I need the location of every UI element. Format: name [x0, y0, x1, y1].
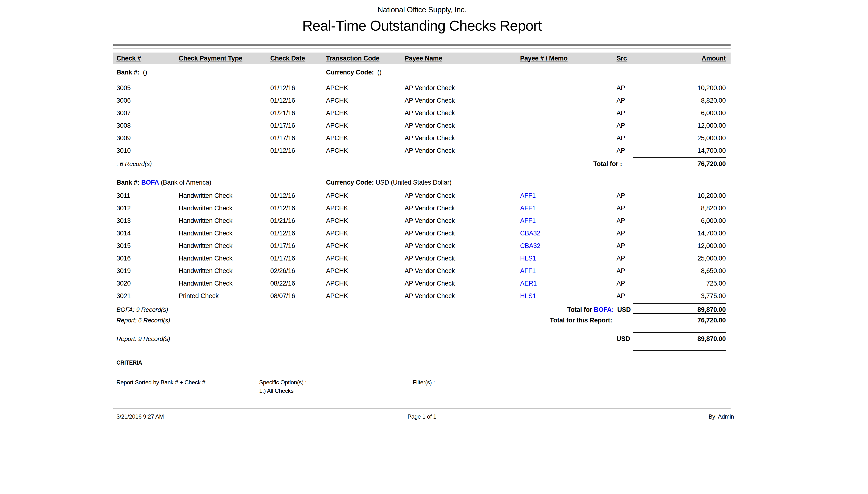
payment-type-cell: Handwritten Check	[179, 267, 233, 275]
payee-name-cell: AP Vendor Check	[405, 192, 455, 200]
footer-page: Page 1 of 1	[113, 413, 731, 420]
payee-name-cell: AP Vendor Check	[405, 242, 455, 250]
check-date-cell: 01/12/16	[270, 96, 295, 104]
source-cell: AP	[616, 121, 625, 130]
check-row: 3014 Handwritten Check 01/12/16 APCHK AP…	[113, 229, 731, 238]
group-total-bank-link[interactable]: BOFA:	[594, 306, 614, 313]
check-row: 3020 Handwritten Check 08/22/16 APCHK AP…	[113, 279, 731, 287]
column-header-amount[interactable]: Amount	[702, 53, 726, 64]
amount-cell: 25,000.00	[698, 134, 726, 142]
group-total-row: BOFA: 9 Record(s) Total for BOFA: USD 89…	[113, 306, 731, 314]
column-header-payee-name[interactable]: Payee Name	[405, 53, 442, 64]
footer-rule	[113, 408, 731, 409]
column-header-payee-memo[interactable]: Payee # / Memo	[520, 53, 568, 64]
column-header-src[interactable]: Src	[616, 53, 627, 64]
payee-memo-link[interactable]: AFF1	[520, 217, 536, 225]
payee-memo-link[interactable]: AFF1	[520, 192, 536, 200]
payee-name-cell: AP Vendor Check	[405, 267, 455, 275]
report-total-rule	[633, 313, 726, 314]
currency-code-label: Currency Code:	[326, 179, 374, 186]
currency-code-line: Currency Code: ()	[326, 68, 382, 76]
group-total-label: Total for :	[593, 160, 622, 168]
check-date-cell: 01/17/16	[270, 242, 295, 250]
group-record-count: : 6 Record(s)	[116, 160, 152, 168]
payee-name-cell: AP Vendor Check	[405, 217, 455, 225]
transaction-code-cell: APCHK	[326, 96, 348, 104]
check-date-cell: 01/17/16	[270, 121, 295, 130]
source-cell: AP	[616, 109, 625, 117]
check-date-cell: 01/21/16	[270, 217, 295, 225]
source-cell: AP	[616, 84, 625, 92]
check-date-cell: 01/12/16	[270, 147, 295, 155]
amount-cell: 14,700.00	[698, 147, 726, 155]
transaction-code-cell: APCHK	[326, 254, 348, 262]
amount-cell: 8,650.00	[701, 267, 726, 275]
check-row: 3010 01/12/16 APCHK AP Vendor Check AP 1…	[113, 147, 731, 155]
report-total-rule	[633, 332, 726, 333]
check-date-cell: 01/17/16	[270, 134, 295, 142]
payment-type-cell: Printed Check	[179, 292, 219, 300]
check-date-cell: 08/22/16	[270, 279, 295, 287]
source-cell: AP	[616, 279, 625, 287]
payee-memo-link[interactable]: AFF1	[520, 267, 536, 275]
check-date-cell: 01/12/16	[270, 204, 295, 212]
transaction-code-cell: APCHK	[326, 279, 348, 287]
column-header-transaction-code[interactable]: Transaction Code	[326, 53, 380, 64]
source-cell: AP	[616, 292, 625, 300]
transaction-code-cell: APCHK	[326, 109, 348, 117]
check-number-cell: 3008	[116, 121, 131, 130]
payee-name-cell: AP Vendor Check	[405, 134, 455, 142]
transaction-code-cell: APCHK	[326, 147, 348, 155]
payee-memo-link[interactable]: HLS1	[520, 292, 536, 300]
check-number-cell: 3007	[116, 109, 131, 117]
group-total-currency: USD	[617, 306, 631, 313]
report-total-label: Total for this Report:	[550, 316, 612, 324]
amount-cell: 25,000.00	[698, 254, 726, 262]
amount-cell: 8,820.00	[701, 204, 726, 212]
check-number-cell: 3010	[116, 147, 131, 155]
check-row: 3008 01/17/16 APCHK AP Vendor Check AP 1…	[113, 121, 731, 130]
report-total-currency: USD	[616, 335, 630, 343]
report-summary-row: Report: 6 Record(s) Total for this Repor…	[113, 316, 731, 324]
check-number-cell: 3021	[116, 292, 131, 300]
amount-cell: 10,200.00	[698, 192, 726, 200]
payee-memo-link[interactable]: CBA32	[520, 242, 540, 250]
source-cell: AP	[616, 204, 625, 212]
column-header-check-number[interactable]: Check #	[116, 53, 141, 64]
source-cell: AP	[616, 96, 625, 104]
currency-code-value: USD (United States Dollar)	[376, 179, 451, 186]
check-number-cell: 3012	[116, 204, 131, 212]
payee-name-cell: AP Vendor Check	[405, 147, 455, 155]
payee-memo-link[interactable]: HLS1	[520, 254, 536, 262]
column-header-check-date[interactable]: Check Date	[270, 53, 305, 64]
payee-name-cell: AP Vendor Check	[405, 229, 455, 238]
payee-name-cell: AP Vendor Check	[405, 96, 455, 104]
source-cell: AP	[616, 267, 625, 275]
report-total-rule	[633, 350, 726, 352]
column-header-payment-type[interactable]: Check Payment Type	[179, 53, 242, 64]
company-name: National Office Supply, Inc.	[113, 5, 731, 14]
check-date-cell: 02/26/16	[270, 267, 295, 275]
check-date-cell: 01/12/16	[270, 192, 295, 200]
bank-group-header: Bank #: () Currency Code: ()	[113, 68, 731, 76]
bank-number-line: Bank #: BOFA (Bank of America)	[116, 178, 211, 187]
check-row: 3007 01/21/16 APCHK AP Vendor Check AP 6…	[113, 109, 731, 117]
amount-cell: 10,200.00	[698, 84, 726, 92]
group-total-amount: 89,870.00	[698, 306, 726, 314]
check-number-cell: 3014	[116, 229, 131, 238]
check-date-cell: 01/12/16	[270, 84, 295, 92]
check-number-cell: 3015	[116, 242, 131, 250]
transaction-code-cell: APCHK	[326, 121, 348, 130]
check-date-cell: 08/07/16	[270, 292, 295, 300]
bank-code-link[interactable]: BOFA	[141, 179, 159, 186]
transaction-code-cell: APCHK	[326, 292, 348, 300]
payee-name-cell: AP Vendor Check	[405, 121, 455, 130]
payee-memo-link[interactable]: AFF1	[520, 204, 536, 212]
amount-cell: 3,775.00	[701, 292, 726, 300]
payee-memo-link[interactable]: AER1	[520, 279, 537, 287]
payee-memo-link[interactable]: CBA32	[520, 229, 540, 238]
amount-cell: 12,000.00	[698, 121, 726, 130]
transaction-code-cell: APCHK	[326, 192, 348, 200]
criteria-options-value: 1.) All Checks	[259, 387, 294, 395]
check-number-cell: 3009	[116, 134, 131, 142]
